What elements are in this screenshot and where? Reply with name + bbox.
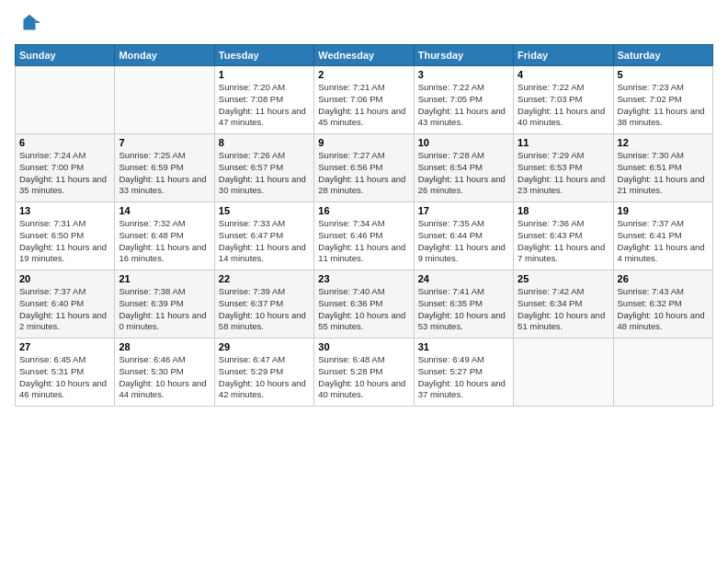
calendar-cell: 27Sunrise: 6:45 AM Sunset: 5:31 PM Dayli… bbox=[16, 339, 115, 407]
day-info: Sunrise: 7:30 AM Sunset: 6:51 PM Dayligh… bbox=[618, 150, 709, 197]
day-number: 19 bbox=[618, 205, 709, 216]
logo-icon bbox=[17, 11, 42, 37]
calendar-day-header: Saturday bbox=[613, 45, 712, 66]
day-info: Sunrise: 6:49 AM Sunset: 5:27 PM Dayligh… bbox=[418, 354, 509, 401]
calendar-cell: 8Sunrise: 7:26 AM Sunset: 6:57 PM Daylig… bbox=[214, 134, 313, 202]
day-number: 16 bbox=[318, 205, 409, 216]
calendar-week-row: 1Sunrise: 7:20 AM Sunset: 7:08 PM Daylig… bbox=[16, 66, 713, 134]
day-number: 29 bbox=[219, 341, 310, 352]
calendar-week-row: 13Sunrise: 7:31 AM Sunset: 6:50 PM Dayli… bbox=[16, 202, 713, 270]
calendar-cell bbox=[514, 339, 613, 407]
page-container: SundayMondayTuesdayWednesdayThursdayFrid… bbox=[0, 0, 728, 414]
day-number: 28 bbox=[119, 341, 210, 352]
day-number: 25 bbox=[518, 273, 609, 284]
day-number: 23 bbox=[318, 273, 409, 284]
calendar-cell: 28Sunrise: 6:46 AM Sunset: 5:30 PM Dayli… bbox=[115, 339, 214, 407]
day-number: 13 bbox=[19, 205, 110, 216]
header bbox=[15, 11, 713, 37]
day-info: Sunrise: 7:29 AM Sunset: 6:53 PM Dayligh… bbox=[518, 150, 609, 197]
calendar-day-header: Sunday bbox=[16, 45, 115, 66]
calendar-cell: 23Sunrise: 7:40 AM Sunset: 6:36 PM Dayli… bbox=[314, 270, 414, 339]
day-number: 22 bbox=[219, 273, 310, 284]
day-number: 11 bbox=[518, 137, 609, 148]
svg-marker-0 bbox=[23, 15, 35, 30]
day-number: 2 bbox=[318, 69, 409, 80]
calendar-table: SundayMondayTuesdayWednesdayThursdayFrid… bbox=[15, 44, 713, 407]
day-info: Sunrise: 7:40 AM Sunset: 6:36 PM Dayligh… bbox=[318, 286, 409, 333]
svg-marker-1 bbox=[36, 19, 41, 23]
calendar-cell: 16Sunrise: 7:34 AM Sunset: 6:46 PM Dayli… bbox=[314, 202, 414, 270]
day-number: 9 bbox=[318, 137, 409, 148]
day-info: Sunrise: 7:32 AM Sunset: 6:48 PM Dayligh… bbox=[119, 218, 210, 265]
day-info: Sunrise: 7:41 AM Sunset: 6:35 PM Dayligh… bbox=[418, 286, 509, 333]
calendar-week-row: 20Sunrise: 7:37 AM Sunset: 6:40 PM Dayli… bbox=[16, 270, 713, 339]
calendar-week-row: 27Sunrise: 6:45 AM Sunset: 5:31 PM Dayli… bbox=[16, 339, 713, 407]
day-info: Sunrise: 7:42 AM Sunset: 6:34 PM Dayligh… bbox=[518, 286, 609, 333]
day-number: 1 bbox=[219, 69, 310, 80]
calendar-day-header: Wednesday bbox=[314, 45, 414, 66]
calendar-cell: 5Sunrise: 7:23 AM Sunset: 7:02 PM Daylig… bbox=[613, 66, 712, 134]
day-number: 18 bbox=[518, 205, 609, 216]
day-info: Sunrise: 7:20 AM Sunset: 7:08 PM Dayligh… bbox=[219, 82, 310, 129]
day-info: Sunrise: 7:37 AM Sunset: 6:40 PM Dayligh… bbox=[19, 286, 110, 333]
day-info: Sunrise: 7:26 AM Sunset: 6:57 PM Dayligh… bbox=[219, 150, 310, 197]
day-number: 26 bbox=[618, 273, 709, 284]
calendar-cell bbox=[115, 66, 214, 134]
day-info: Sunrise: 6:45 AM Sunset: 5:31 PM Dayligh… bbox=[19, 354, 110, 401]
calendar-day-header: Thursday bbox=[414, 45, 513, 66]
day-number: 27 bbox=[19, 341, 110, 352]
calendar-cell: 26Sunrise: 7:43 AM Sunset: 6:32 PM Dayli… bbox=[613, 270, 712, 339]
calendar-cell: 4Sunrise: 7:22 AM Sunset: 7:03 PM Daylig… bbox=[514, 66, 613, 134]
calendar-day-header: Friday bbox=[514, 45, 613, 66]
calendar-cell: 7Sunrise: 7:25 AM Sunset: 6:59 PM Daylig… bbox=[115, 134, 214, 202]
day-info: Sunrise: 7:25 AM Sunset: 6:59 PM Dayligh… bbox=[119, 150, 210, 197]
day-number: 15 bbox=[219, 205, 310, 216]
calendar-cell: 11Sunrise: 7:29 AM Sunset: 6:53 PM Dayli… bbox=[514, 134, 613, 202]
day-number: 4 bbox=[518, 69, 609, 80]
calendar-cell: 14Sunrise: 7:32 AM Sunset: 6:48 PM Dayli… bbox=[115, 202, 214, 270]
calendar-cell: 21Sunrise: 7:38 AM Sunset: 6:39 PM Dayli… bbox=[115, 270, 214, 339]
day-number: 6 bbox=[19, 137, 110, 148]
calendar-cell: 29Sunrise: 6:47 AM Sunset: 5:29 PM Dayli… bbox=[214, 339, 313, 407]
calendar-cell: 2Sunrise: 7:21 AM Sunset: 7:06 PM Daylig… bbox=[314, 66, 414, 134]
calendar-week-row: 6Sunrise: 7:24 AM Sunset: 7:00 PM Daylig… bbox=[16, 134, 713, 202]
calendar-cell: 18Sunrise: 7:36 AM Sunset: 6:43 PM Dayli… bbox=[514, 202, 613, 270]
day-number: 20 bbox=[19, 273, 110, 284]
calendar-cell: 15Sunrise: 7:33 AM Sunset: 6:47 PM Dayli… bbox=[214, 202, 313, 270]
calendar-cell: 17Sunrise: 7:35 AM Sunset: 6:44 PM Dayli… bbox=[414, 202, 513, 270]
calendar-cell bbox=[613, 339, 712, 407]
day-info: Sunrise: 7:34 AM Sunset: 6:46 PM Dayligh… bbox=[318, 218, 409, 265]
calendar-cell bbox=[16, 66, 115, 134]
day-number: 14 bbox=[119, 205, 210, 216]
day-number: 5 bbox=[618, 69, 709, 80]
calendar-cell: 25Sunrise: 7:42 AM Sunset: 6:34 PM Dayli… bbox=[514, 270, 613, 339]
day-info: Sunrise: 7:39 AM Sunset: 6:37 PM Dayligh… bbox=[219, 286, 310, 333]
day-info: Sunrise: 7:22 AM Sunset: 7:05 PM Dayligh… bbox=[418, 82, 509, 129]
day-info: Sunrise: 6:48 AM Sunset: 5:28 PM Dayligh… bbox=[318, 354, 409, 401]
day-number: 7 bbox=[119, 137, 210, 148]
day-number: 30 bbox=[318, 341, 409, 352]
day-info: Sunrise: 7:36 AM Sunset: 6:43 PM Dayligh… bbox=[518, 218, 609, 265]
calendar-day-header: Tuesday bbox=[214, 45, 313, 66]
logo bbox=[15, 11, 42, 37]
day-number: 31 bbox=[418, 341, 509, 352]
calendar-cell: 31Sunrise: 6:49 AM Sunset: 5:27 PM Dayli… bbox=[414, 339, 513, 407]
day-info: Sunrise: 7:22 AM Sunset: 7:03 PM Dayligh… bbox=[518, 82, 609, 129]
day-number: 8 bbox=[219, 137, 310, 148]
day-info: Sunrise: 7:37 AM Sunset: 6:41 PM Dayligh… bbox=[618, 218, 709, 265]
day-info: Sunrise: 7:35 AM Sunset: 6:44 PM Dayligh… bbox=[418, 218, 509, 265]
day-info: Sunrise: 7:28 AM Sunset: 6:54 PM Dayligh… bbox=[418, 150, 509, 197]
calendar-cell: 13Sunrise: 7:31 AM Sunset: 6:50 PM Dayli… bbox=[16, 202, 115, 270]
calendar-cell: 6Sunrise: 7:24 AM Sunset: 7:00 PM Daylig… bbox=[16, 134, 115, 202]
calendar-day-header: Monday bbox=[115, 45, 214, 66]
calendar-cell: 22Sunrise: 7:39 AM Sunset: 6:37 PM Dayli… bbox=[214, 270, 313, 339]
day-number: 12 bbox=[618, 137, 709, 148]
calendar-cell: 19Sunrise: 7:37 AM Sunset: 6:41 PM Dayli… bbox=[613, 202, 712, 270]
calendar-cell: 10Sunrise: 7:28 AM Sunset: 6:54 PM Dayli… bbox=[414, 134, 513, 202]
calendar-cell: 30Sunrise: 6:48 AM Sunset: 5:28 PM Dayli… bbox=[314, 339, 414, 407]
calendar-cell: 24Sunrise: 7:41 AM Sunset: 6:35 PM Dayli… bbox=[414, 270, 513, 339]
day-info: Sunrise: 7:31 AM Sunset: 6:50 PM Dayligh… bbox=[19, 218, 110, 265]
day-info: Sunrise: 7:24 AM Sunset: 7:00 PM Dayligh… bbox=[19, 150, 110, 197]
day-number: 10 bbox=[418, 137, 509, 148]
calendar-cell: 3Sunrise: 7:22 AM Sunset: 7:05 PM Daylig… bbox=[414, 66, 513, 134]
